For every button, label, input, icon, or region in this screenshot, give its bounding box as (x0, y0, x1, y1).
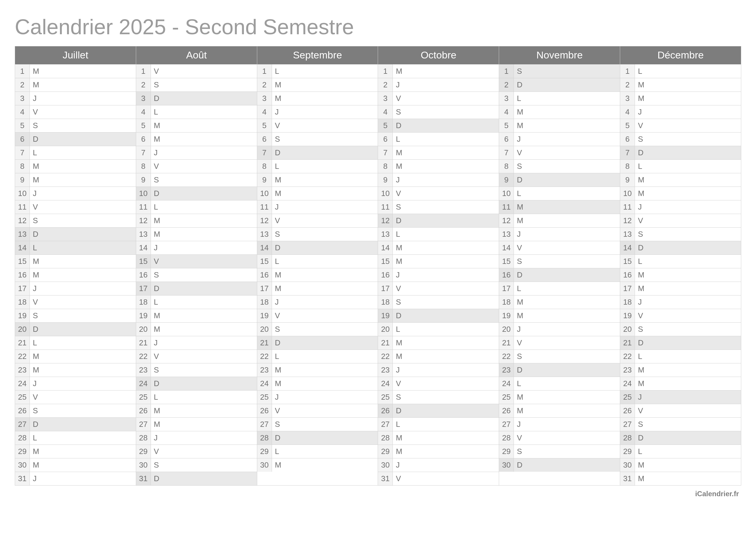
days-list: 1M2M3J4V5S6D7L8M9M10J11V12S13D14L15M16M1… (15, 64, 136, 485)
day-number: 25 (15, 390, 30, 404)
day-weekday: V (635, 309, 649, 322)
day-weekday: M (272, 268, 286, 281)
day-weekday: M (151, 227, 165, 241)
day-weekday: V (272, 404, 286, 417)
day-note-space (165, 309, 257, 322)
day-weekday: V (30, 105, 44, 119)
day-number: 4 (620, 105, 635, 119)
days-list: 1L2M3M4J5V6S7D8L9M10M11J12V13S14D15L16M1… (257, 64, 378, 485)
day-row: 8M (15, 159, 136, 173)
day-note-space (407, 309, 499, 322)
day-weekday: L (393, 227, 407, 241)
month-header: Août (136, 46, 257, 64)
day-row: 25M (499, 390, 620, 404)
day-note-space (649, 472, 741, 485)
day-number: 17 (378, 282, 393, 295)
day-weekday: M (30, 160, 44, 173)
day-note-space (407, 418, 499, 431)
day-number: 6 (499, 133, 514, 146)
day-note-space (286, 418, 378, 431)
day-row: 24M (257, 377, 378, 390)
day-weekday: J (272, 105, 286, 119)
day-note-space (286, 227, 378, 241)
day-row: 2J (378, 78, 499, 92)
day-row: 4M (499, 105, 620, 119)
day-number: 4 (378, 105, 393, 119)
day-number: 17 (499, 282, 514, 295)
day-note-space (407, 64, 499, 78)
day-note-space (528, 241, 620, 254)
day-row: 17M (620, 281, 741, 295)
day-row: 10D (136, 187, 257, 200)
day-note-space (528, 445, 620, 458)
day-weekday: L (272, 255, 286, 268)
day-weekday: V (272, 119, 286, 132)
day-note-space (165, 268, 257, 281)
day-weekday: M (151, 404, 165, 417)
day-note-space (165, 105, 257, 119)
day-note-space (649, 241, 741, 254)
day-note-space (407, 92, 499, 105)
day-row: 27S (620, 417, 741, 431)
day-row: 5M (136, 119, 257, 132)
day-note-space (407, 336, 499, 350)
day-number: 3 (136, 92, 151, 105)
day-note-space (165, 445, 257, 458)
days-list: 1L2M3M4J5V6S7D8L9M10M11J12V13S14D15L16M1… (620, 64, 741, 485)
day-row: 16M (15, 268, 136, 281)
day-note-space (165, 92, 257, 105)
day-weekday: J (393, 458, 407, 472)
day-note-space (44, 187, 136, 200)
day-row: 12V (257, 214, 378, 227)
day-note-space (528, 377, 620, 390)
day-number: 19 (499, 309, 514, 322)
day-row: 26D (378, 404, 499, 417)
day-row: 5D (378, 119, 499, 132)
day-row: 27J (499, 417, 620, 431)
day-weekday: L (30, 241, 44, 254)
day-weekday: M (272, 458, 286, 472)
day-note-space (649, 336, 741, 350)
day-number: 1 (136, 64, 151, 78)
day-note-space (286, 350, 378, 363)
day-number: 18 (620, 296, 635, 309)
day-weekday: V (635, 214, 649, 227)
day-note-space (286, 241, 378, 254)
day-weekday: M (151, 309, 165, 322)
day-note-space (407, 105, 499, 119)
day-note-space (649, 404, 741, 417)
day-note-space (407, 146, 499, 159)
day-weekday: V (514, 431, 528, 444)
day-weekday: L (272, 160, 286, 173)
day-number: 22 (136, 350, 151, 363)
day-number: 23 (15, 363, 30, 377)
day-row: 12V (620, 214, 741, 227)
day-weekday: S (393, 105, 407, 119)
day-row: 15M (378, 254, 499, 268)
day-note-space (407, 214, 499, 227)
month-column: Octobre1M2J3V4S5D6L7M8M9J10V11S12D13L14M… (378, 46, 499, 485)
day-number: 20 (620, 323, 635, 336)
day-note-space (649, 200, 741, 214)
day-number: 3 (499, 92, 514, 105)
day-weekday: L (30, 146, 44, 159)
day-number: 11 (499, 200, 514, 214)
day-row: 2M (257, 78, 378, 92)
day-note-space (407, 187, 499, 200)
day-number: 12 (378, 214, 393, 227)
day-number: 5 (15, 119, 30, 132)
day-row: 16S (136, 268, 257, 281)
day-row: 21L (15, 336, 136, 350)
day-row: 9M (257, 173, 378, 187)
day-number: 15 (378, 255, 393, 268)
day-weekday: S (30, 404, 44, 417)
day-number: 14 (620, 241, 635, 254)
day-row: 12D (378, 214, 499, 227)
day-note-space (286, 214, 378, 227)
day-row: 25J (257, 390, 378, 404)
day-number: 22 (15, 350, 30, 363)
day-number: 16 (620, 268, 635, 281)
day-row: 13S (620, 227, 741, 241)
day-note-space (407, 227, 499, 241)
day-number: 2 (15, 78, 30, 92)
